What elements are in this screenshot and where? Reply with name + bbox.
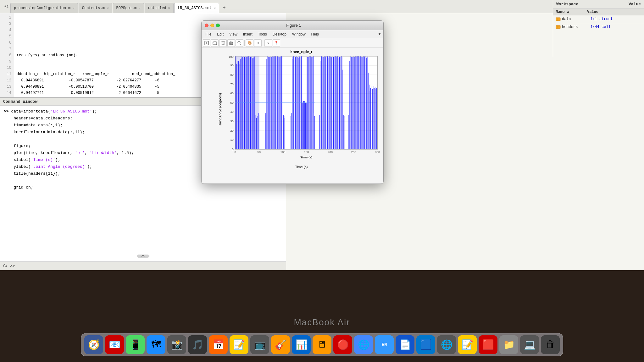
menu-file[interactable]: File (203, 31, 214, 37)
dock-icon-terminal[interactable]: 💻 (520, 335, 539, 354)
plot-container: Joint Angle (degrees) knee_ngle_r (222, 50, 381, 169)
dock-icon-word[interactable]: 📄 (396, 335, 414, 354)
svg-text:60: 60 (230, 92, 234, 95)
dock-icon-matlab[interactable]: 🟥 (479, 335, 497, 354)
figure-menubar: File Edit View Insert Tools Desktop Wind… (202, 30, 383, 38)
tab-processing-config[interactable]: processingConfiguration.m ✕ (10, 3, 78, 13)
workspace-row-data[interactable]: data 1x1 struct (553, 15, 644, 23)
tab-untitled[interactable]: untitled ✕ (145, 3, 174, 13)
menu-view[interactable]: View (227, 31, 240, 37)
code-line-2 (17, 14, 284, 21)
figure-expand-icon[interactable]: ▼ (377, 32, 382, 37)
figure-titlebar: Figure 1 (202, 21, 383, 30)
toolbar-print-btn[interactable] (227, 39, 235, 47)
svg-text:40: 40 (230, 111, 234, 114)
toolbar-save-btn[interactable] (219, 39, 227, 47)
dock-icon-maps[interactable]: 🗺 (147, 335, 165, 354)
toolbar-zoom-btn[interactable] (236, 39, 243, 47)
toolbar-open-btn[interactable] (211, 39, 219, 47)
svg-text:50: 50 (258, 151, 261, 154)
svg-text:90: 90 (230, 64, 234, 67)
toolbar-datatip-btn[interactable]: 📍 (273, 39, 280, 47)
workspace-row-headers[interactable]: headers 1x44 cell (553, 23, 644, 31)
line-num-2: 2 (0, 14, 14, 21)
ws-data-name: data (562, 17, 590, 21)
tab-close-contents[interactable]: ✕ (107, 6, 109, 10)
tab-add-button[interactable]: + (220, 3, 229, 12)
y-axis-label: Joint Angle (degrees) (218, 93, 222, 126)
dock-icon-tv[interactable]: 📺 (250, 335, 269, 354)
menu-insert[interactable]: Insert (241, 31, 255, 37)
collapse-arrow-icon (137, 254, 149, 259)
svg-text:80: 80 (230, 73, 234, 76)
dock-icon-filemanager[interactable]: 📁 (499, 335, 518, 354)
dock-icon-word2[interactable]: 🟦 (416, 335, 435, 354)
svg-rect-3 (556, 25, 560, 29)
maximize-button[interactable] (216, 24, 220, 27)
tab-number: +2 (3, 5, 10, 8)
tab-bopsgui[interactable]: BOPSgui.m ✕ (113, 3, 144, 13)
x-axis-label: Time (s) (222, 165, 381, 169)
workspace-panel: Workspace Value Name ▲ Value data 1x1 st… (553, 0, 644, 57)
dock-icon-notes[interactable]: 📝 (230, 335, 248, 354)
line-num-3: 3 (0, 21, 14, 27)
tab-close-untitled[interactable]: ✕ (168, 6, 170, 10)
traffic-lights (205, 24, 220, 27)
figure-title: Figure 1 (223, 23, 364, 28)
toolbar-sep-1 (244, 40, 245, 46)
dock-icon-chrome[interactable]: 🌐 (354, 335, 373, 354)
dock-icon-music[interactable]: 🎸 (271, 335, 290, 354)
plot-title: knee_ngle_r (222, 50, 381, 54)
dock-icon-numbers[interactable]: 📊 (292, 335, 311, 354)
tab-close-processing[interactable]: ✕ (72, 6, 75, 10)
menu-help[interactable]: Help (309, 31, 322, 37)
collapse-section-button[interactable] (137, 254, 149, 260)
chart-svg: 0 10 20 30 40 50 60 70 80 90 100 0 50 10… (222, 55, 381, 163)
line-num-7: 7 (0, 46, 14, 52)
menu-tools[interactable]: Tools (256, 31, 269, 37)
dock-icon-photos[interactable]: 📸 (167, 335, 186, 354)
dock-icon-en[interactable]: EN (375, 335, 394, 354)
ws-headers-name: headers (562, 25, 590, 29)
svg-line-17 (240, 44, 241, 45)
close-button[interactable] (205, 24, 208, 27)
minimize-button[interactable] (210, 24, 214, 27)
toolbar-cursor-btn[interactable]: ↖ (264, 39, 272, 47)
ws-name-header: Name ▲ (556, 10, 587, 14)
tab-contents[interactable]: Contents.m ✕ (79, 3, 112, 13)
dock-icon-facetime[interactable]: 📱 (126, 335, 145, 354)
dock-icon-safari[interactable]: 🧭 (84, 335, 103, 354)
tab-bar: +2 processingConfiguration.m ✕ Contents.… (0, 0, 644, 13)
svg-text:10: 10 (230, 139, 234, 142)
matlab-background: +2 processingConfiguration.m ✕ Contents.… (0, 0, 644, 270)
dock-icon-mail[interactable]: 📧 (105, 335, 124, 354)
line-num-12: 12 (0, 77, 14, 84)
svg-text:250: 250 (351, 151, 356, 154)
command-window-footer: fx >> (0, 261, 286, 270)
toolbar-grid-btn[interactable]: ⊞ (254, 39, 262, 47)
dock-icon-trash[interactable]: 🗑 (541, 335, 560, 354)
dock-icon-keynote[interactable]: 🖥 (313, 335, 331, 354)
workspace-headers-icon (556, 25, 561, 30)
figure-window: Figure 1 File Edit View Insert Tools Des… (201, 20, 384, 184)
dock-icon-browser[interactable]: 🌐 (437, 335, 456, 354)
figure-toolbar: 🎨 ⊞ ↖ 📍 (202, 38, 383, 48)
toolbar-new-btn[interactable] (203, 39, 210, 47)
tab-close-bopsgui[interactable]: ✕ (138, 6, 141, 10)
ws-value-header: Value (587, 10, 641, 14)
toolbar-sep-2 (263, 40, 263, 46)
workspace-header: Name ▲ Value (553, 9, 644, 15)
dock-bar: 🧭 📧 📱 🗺 📸 🎵 📅 📝 📺 🎸 📊 🖥 🔴 🌐 EN 📄 🟦 🌐 📝 🟥… (0, 333, 644, 356)
dock-icon-pages[interactable]: 📝 (458, 335, 477, 354)
dock-icon-facetime2[interactable]: 🎵 (188, 335, 207, 354)
dock-icon-calendar[interactable]: 📅 (209, 335, 228, 354)
tab-lr36[interactable]: LR_36_ASICS.mot ✕ (174, 3, 219, 13)
line-num-8: 8 (0, 52, 14, 58)
line-num-14: 14 (0, 90, 14, 96)
tab-close-lr36[interactable]: ✕ (214, 6, 216, 10)
menu-window[interactable]: Window (290, 31, 308, 37)
menu-desktop[interactable]: Desktop (270, 31, 289, 37)
toolbar-colormap-btn[interactable]: 🎨 (246, 39, 253, 47)
menu-edit[interactable]: Edit (214, 31, 226, 37)
dock-icon-appstore[interactable]: 🔴 (333, 335, 352, 354)
